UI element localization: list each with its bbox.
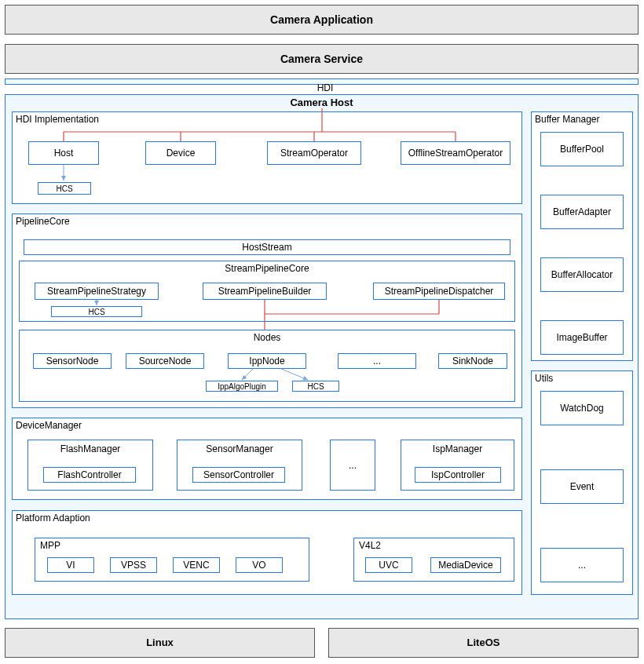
watchdog-label: WatchDog — [560, 403, 604, 414]
camera-application-box: Camera Application — [5, 5, 639, 35]
vi-label: VI — [66, 560, 75, 571]
flash-controller-label: FlashController — [57, 469, 121, 480]
nodes-dots-label: ... — [373, 356, 381, 367]
vi-box: VI — [47, 557, 94, 573]
isp-manager-title: IspManager — [401, 443, 514, 454]
sensor-node-box: SensorNode — [33, 353, 112, 369]
isp-manager-panel: IspManager — [401, 440, 514, 491]
device-manager-dots-label: ... — [349, 460, 357, 471]
liteos-label: LiteOS — [467, 637, 500, 648]
sink-node-label: SinkNode — [452, 356, 493, 367]
device-manager-dots-box: ... — [330, 440, 375, 491]
spc-dispatcher-box: StreamPipelineDispatcher — [373, 283, 505, 300]
utils-dots-box: ... — [540, 548, 624, 582]
spc-hcs-label: HCS — [88, 308, 104, 316]
camera-service-label: Camera Service — [280, 53, 363, 65]
watchdog-box: WatchDog — [540, 391, 624, 425]
media-device-box: MediaDevice — [430, 557, 501, 573]
buffer-adapter-label: BufferAdapter — [553, 206, 611, 217]
buffer-allocator-box: BufferAllocator — [540, 257, 624, 292]
host-stream-label: HostStream — [242, 242, 291, 253]
linux-label: Linux — [146, 637, 174, 648]
vo-label: VO — [252, 560, 265, 571]
buffer-pool-label: BufferPool — [560, 144, 604, 155]
stream-operator-box: StreamOperator — [267, 141, 361, 165]
spc-hcs-box: HCS — [51, 306, 142, 317]
pipeline-core-title: PipelineCore — [13, 214, 521, 228]
nodes-dots-box: ... — [338, 353, 416, 369]
buffer-adapter-box: BufferAdapter — [540, 195, 624, 229]
ipp-algo-plugin-label: IppAlgoPlugin — [218, 382, 266, 391]
vpss-label: VPSS — [121, 560, 146, 571]
flash-manager-panel: FlashManager — [27, 440, 153, 491]
buffer-manager-title: Buffer Manager — [532, 112, 632, 126]
vo-box: VO — [236, 557, 283, 573]
v4l2-title: V4L2 — [359, 540, 381, 551]
spc-title: StreamPipelineCore — [20, 263, 514, 274]
ipp-node-box: IppNode — [228, 353, 306, 369]
device-manager-title: DeviceManager — [13, 418, 521, 432]
stream-operator-label: StreamOperator — [280, 148, 348, 159]
vpss-box: VPSS — [110, 557, 157, 573]
host-label: Host — [54, 148, 74, 159]
nodes-title: Nodes — [20, 332, 514, 343]
host-stream-box: HostStream — [24, 239, 510, 255]
utils-dots-label: ... — [578, 560, 586, 571]
uvc-box: UVC — [365, 557, 412, 573]
camera-service-box: Camera Service — [5, 44, 639, 74]
camera-host-title: Camera Host — [5, 95, 638, 110]
nodes-hcs-label: HCS — [307, 382, 324, 391]
sensor-controller-box: SensorController — [192, 467, 285, 483]
hdi-impl-title: HDI Implementation — [13, 112, 521, 126]
isp-controller-box: IspController — [415, 467, 501, 483]
media-device-label: MediaDevice — [438, 560, 492, 571]
linux-box: Linux — [5, 628, 315, 658]
flash-controller-box: FlashController — [43, 467, 136, 483]
event-box: Event — [540, 469, 624, 504]
device-label: Device — [166, 148, 196, 159]
sensor-node-label: SensorNode — [46, 356, 99, 367]
spc-builder-box: StreamPipelineBuilder — [203, 283, 327, 300]
venc-label: VENC — [183, 560, 209, 571]
uvc-label: UVC — [379, 560, 398, 571]
host-hcs-box: HCS — [38, 182, 91, 195]
sensor-manager-title: SensorManager — [177, 443, 302, 454]
flash-manager-title: FlashManager — [28, 443, 152, 454]
spc-dispatcher-label: StreamPipelineDispatcher — [385, 286, 494, 297]
buffer-allocator-label: BufferAllocator — [551, 269, 613, 280]
spc-strategy-box: StreamPipelineStrategy — [35, 283, 159, 300]
image-buffer-box: ImageBuffer — [540, 320, 624, 355]
spc-strategy-label: StreamPipelineStrategy — [47, 286, 146, 297]
source-node-label: SourceNode — [139, 356, 192, 367]
hdi-label: HDI — [309, 82, 341, 93]
host-hcs-label: HCS — [56, 184, 72, 193]
isp-controller-label: IspController — [431, 469, 485, 480]
device-box: Device — [145, 141, 216, 165]
ipp-algo-plugin-box: IppAlgoPlugin — [206, 381, 278, 392]
sensor-controller-label: SensorController — [203, 469, 274, 480]
buffer-pool-box: BufferPool — [540, 132, 624, 166]
liteos-box: LiteOS — [328, 628, 639, 658]
event-label: Event — [570, 481, 595, 492]
sensor-manager-panel: SensorManager — [177, 440, 302, 491]
offline-stream-operator-box: OfflineStreamOperator — [401, 141, 510, 165]
platform-adaption-title: Platform Adaption — [13, 511, 521, 525]
source-node-box: SourceNode — [126, 353, 204, 369]
sink-node-box: SinkNode — [438, 353, 507, 369]
nodes-hcs-box: HCS — [292, 381, 339, 392]
image-buffer-label: ImageBuffer — [556, 332, 607, 343]
mpp-title: MPP — [40, 540, 60, 551]
utils-title: Utils — [532, 371, 632, 385]
offline-stream-operator-label: OfflineStreamOperator — [408, 148, 503, 159]
camera-application-label: Camera Application — [270, 13, 373, 26]
venc-box: VENC — [173, 557, 220, 573]
ipp-node-label: IppNode — [249, 356, 284, 367]
spc-builder-label: StreamPipelineBuilder — [218, 286, 312, 297]
host-box: Host — [28, 141, 99, 165]
